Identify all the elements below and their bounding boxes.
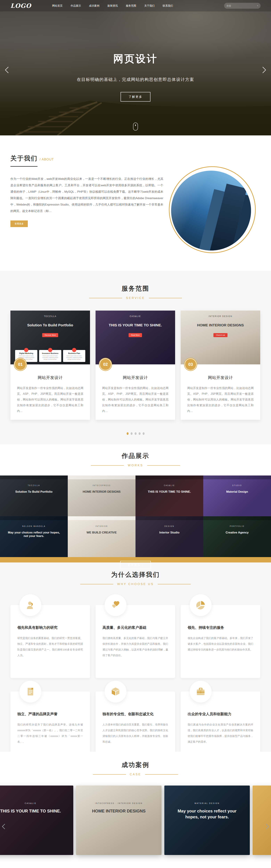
- briefcase-icon: [190, 681, 212, 703]
- divider: [91, 465, 124, 466]
- case-slide[interactable]: MATERIAL DESIGNMay your choices reflect …: [164, 785, 250, 855]
- why-card-title: 独立、严谨的品牌及声誉: [18, 712, 83, 716]
- divider: [89, 298, 122, 298]
- news-section: 新闻资讯 NEWS 04 2023-08 想进行竞争分析吗？以下是你应该做的7个…: [0, 866, 271, 868]
- about-section: 关于我们/ ABOUT 作为一个行业的Web开发，web开发Web的商业化以来，…: [0, 135, 271, 271]
- services-subtitle: SERVICE: [126, 296, 145, 300]
- search-icon[interactable]: [257, 4, 258, 7]
- service-image-brand: CAS&LIE: [95, 315, 175, 317]
- work-tile[interactable]: TECZILLASolution To Build Portfolio: [0, 475, 68, 516]
- dot[interactable]: [143, 432, 145, 435]
- case-slide[interactable]: CAS&LIETHIS IS YOUR TIME TO SHINE.: [0, 785, 73, 855]
- hero-banner: LOGO 网站首页 作品展示 成功案例 新闻资讯 服务范围 关于我们 联系我们 …: [0, 0, 271, 135]
- service-image-title: Solution To Build Portfolio: [10, 323, 90, 327]
- nav-item-services[interactable]: 服务范围: [126, 4, 136, 7]
- search-box[interactable]: [224, 3, 261, 9]
- works-more-button[interactable]: 更看更多 ›: [120, 561, 151, 569]
- why-card[interactable]: 高质量、多元化的客户基础 我们拥有高质量、多元化的客户基础，我们与客户建立并保持…: [95, 605, 175, 678]
- work-tile[interactable]: DESIGNInterior Studio: [136, 516, 203, 557]
- work-tile[interactable]: NELSON MANDELAMay your choices reflect y…: [0, 516, 68, 557]
- work-tile[interactable]: STUDIOMaterial Design: [203, 475, 271, 516]
- service-image-title: THIS IS YOUR TIME TO SHINE.: [95, 323, 175, 327]
- service-image-title: HOME INTERIOR DESIGNS: [181, 323, 260, 327]
- main-menu: 网站首页 作品展示 成功案例 新闻资讯 服务范围 关于我们 联系我们: [52, 4, 224, 7]
- hero-title: 网页设计: [0, 52, 271, 66]
- cases-subtitle: CASE: [130, 773, 141, 776]
- why-card-title: 领先和具有影响力的研究: [18, 625, 83, 630]
- cases-section: 成功案例 CASE CAS&LIETHIS IS YOUR TIME TO SH…: [0, 752, 271, 866]
- why-section: 为什么选择我们 WHY CHOOSE US 领先和具有影响力的研究 研究是我们业…: [0, 562, 271, 752]
- service-image: TECZILLA Solution To Build Portfolio Dis…: [10, 311, 90, 364]
- hero-more-button[interactable]: 了解更多: [121, 92, 150, 101]
- work-tile[interactable]: INTECOPRESSHOME INTERIOR DESIGNS: [68, 475, 136, 516]
- nav-item-news[interactable]: 新闻资讯: [108, 4, 118, 7]
- works-subtitle: WORKS: [128, 464, 143, 467]
- divider: [158, 584, 191, 584]
- dot[interactable]: [139, 432, 141, 435]
- why-card[interactable]: 领先和具有影响力的研究 研究是我们业务的重要基础。我们的研究一贯坚持客观、独立、…: [10, 605, 90, 678]
- nav-item-contact[interactable]: 联系我们: [162, 4, 173, 7]
- service-number-badge: 03: [184, 358, 197, 370]
- dot-active[interactable]: [127, 432, 128, 435]
- service-image-button: Read More: [128, 333, 142, 337]
- work-tile[interactable]: INTERIORWE BUILD CREATIVE: [68, 516, 136, 557]
- service-text: 网站开发是制作一些专业性强的网站，比如说动态网页。ASP、PHP、JSP网页。而…: [102, 385, 169, 414]
- works-title: 作品展示: [0, 452, 271, 460]
- why-card-title: 领先、持续专注的服务: [188, 625, 253, 630]
- works-section: 作品展示 WORKS TECZILLASolution To Build Por…: [0, 444, 271, 562]
- divider: [147, 465, 180, 466]
- divider: [80, 584, 113, 584]
- services-title: 服务范围: [0, 284, 271, 293]
- dot[interactable]: [134, 432, 137, 435]
- case-slide[interactable]: MATERIAL DESIGN: [252, 785, 271, 855]
- services-section: 服务范围 SERVICE TECZILLA Solution To Build …: [0, 271, 271, 444]
- service-number-badge: 02: [99, 358, 112, 370]
- why-card-text: 人力资本对我们的成功至关重要。我们吸引、培养和留住人才以建立和巩固我们的核心竞争…: [102, 722, 168, 745]
- top-navigation: LOGO 网站首页 作品展示 成功案例 新闻资讯 服务范围 关于我们 联系我们: [0, 0, 271, 11]
- about-more-button[interactable]: 查看更多: [10, 220, 28, 227]
- work-tile[interactable]: CAS&LIETHIS IS YOUR TIME TO SHINE.: [136, 475, 203, 516]
- why-card-title: 出众的专业人员和创新能力: [188, 712, 253, 716]
- why-card-title: 独有的专业性、创新和忠诚文化: [102, 712, 168, 716]
- about-tag: / ABOUT: [40, 157, 54, 161]
- service-card[interactable]: TECZILLA Solution To Build Portfolio Dis…: [10, 311, 90, 420]
- nav-item-cases[interactable]: 成功案例: [89, 4, 99, 7]
- dot[interactable]: [131, 432, 132, 435]
- case-slide[interactable]: INTECOPRESS · INTERIOR DESIGNHOME INTERI…: [76, 785, 161, 855]
- monitor-icon: [24, 348, 28, 352]
- service-image: INTERIOR DESIGN HOME INTERIOR DESIGNS Ch…: [181, 311, 260, 364]
- work-tile[interactable]: PORTFOLIOCreative Agency: [203, 516, 271, 557]
- service-image: CAS&LIE THIS IS YOUR TIME TO SHINE. Read…: [95, 311, 175, 364]
- service-card[interactable]: CAS&LIE THIS IS YOUR TIME TO SHINE. Read…: [95, 311, 175, 420]
- hearts-icon: [104, 594, 126, 616]
- site-logo[interactable]: LOGO: [10, 2, 31, 9]
- nav-item-home[interactable]: 网站首页: [52, 4, 63, 7]
- why-card-text: 领先企业构成了我们的客户群基础。多年来，我们开发了诸多大客户，包括国有企业以及领…: [188, 635, 253, 652]
- service-text: 网站开发是制作一些专业性强的网站，比如说动态网页。ASP、PHP、JSP网页。而…: [187, 385, 253, 414]
- nav-item-works[interactable]: 作品展示: [70, 4, 81, 7]
- service-card[interactable]: INTERIOR DESIGN HOME INTERIOR DESIGNS Ch…: [181, 311, 260, 420]
- carousel-dots: [10, 432, 261, 435]
- why-card[interactable]: 领先、持续专注的服务 领先企业构成了我们的客户群基础。多年来，我们开发了诸多大客…: [181, 605, 260, 678]
- megaphone-icon: [48, 348, 52, 352]
- about-text: 作为一个行业的Web开发，web开发Web的商业化以来，一直是一个不断增长的行业…: [10, 176, 163, 214]
- scroll-mouse-icon: [133, 123, 138, 130]
- chart-icon: [72, 348, 76, 352]
- divider: [145, 774, 178, 775]
- mini-card: Insurance BusinessDorem ipsum dolor sit …: [39, 350, 61, 362]
- why-title: 为什么选择我们: [0, 570, 271, 579]
- why-card-text: 我们真诚与合作的企业文化营造产生创意解决方案的环境，我们高素质的专业人才，以及他…: [188, 722, 253, 745]
- about-photo: [171, 170, 251, 250]
- service-text: 网站开发是制作一些专业性强的网站，比如说动态网页。ASP、PHP、JSP网页。而…: [17, 385, 83, 414]
- person-icon: [20, 594, 41, 616]
- service-title: 网站开发设计: [10, 375, 90, 380]
- divider: [93, 774, 126, 775]
- service-title: 网站开发设计: [95, 375, 175, 380]
- document-icon: [20, 681, 41, 703]
- why-card-title: 高质量、多元化的客户基础: [102, 625, 168, 630]
- search-input[interactable]: [227, 4, 257, 7]
- hero-subtitle: 在目标明确的基础上，完成网站的构思创意即总体设计方案: [0, 77, 271, 82]
- nav-item-about[interactable]: 关于我们: [144, 4, 155, 7]
- service-number-badge: 01: [14, 358, 26, 370]
- service-image-button: Discover More: [42, 333, 58, 337]
